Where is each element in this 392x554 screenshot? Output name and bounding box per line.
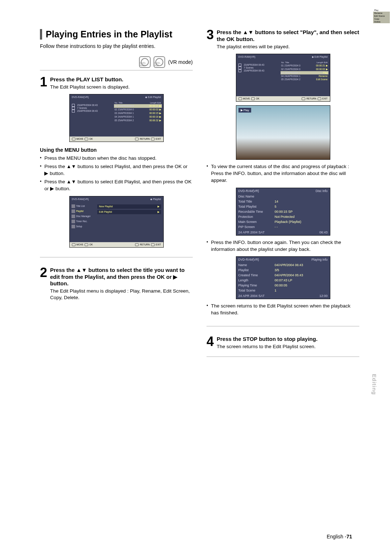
- section-title: Playing Entries in the Playlist: [40, 29, 193, 40]
- play-overlay-tag: ▶ Play: [238, 108, 252, 113]
- menu-subhead: Using the MENU button: [40, 147, 193, 153]
- disc-info-table: DVD-RAM(VR)Disc Info Disc Name Total Tit…: [236, 188, 330, 236]
- step-4-desc: The screen returns to the Edit Playlist …: [217, 343, 359, 350]
- step-2-desc: The Edit Playlist menu is displayed : Pl…: [50, 288, 193, 301]
- vr-mode-label: (VR mode): [168, 59, 193, 65]
- step1-bullet-3: Press the ▲▼ buttons to select Edit Play…: [40, 179, 193, 192]
- step-3-desc: The playlist entries will be played.: [217, 44, 359, 50]
- step-3-number: 3: [207, 29, 214, 50]
- dvd-ram-icon: DVD-RAM: [139, 56, 151, 68]
- step-1-number: 1: [40, 76, 47, 90]
- play-screenshot: ▶ Play: [236, 105, 330, 160]
- side-tab-editing: Editing: [371, 374, 377, 395]
- step-4-head: Press the STOP button to stop playing.: [217, 336, 359, 343]
- step1-bullet-1: Press the MENU button when the disc has …: [40, 155, 193, 162]
- step-4-number: 4: [207, 336, 214, 350]
- playing-info-table: DVD-RAM(VR)Playing Info Name04/APR/2004 …: [236, 256, 330, 299]
- step-2-number: 2: [40, 267, 47, 301]
- disc-mode-row: DVD-RAM DVD-RW (VR mode): [40, 56, 193, 70]
- edit-playlist-screenshot-2: DVD-RAM(VR) ◆ Edit Playlist 23/APR/2004 …: [236, 54, 330, 102]
- right-bullet-2: Press the INFO. button once again. Then …: [207, 239, 359, 253]
- step-1-head: Press the PLAY LIST button.: [50, 76, 193, 83]
- page-footer: English -71: [327, 534, 352, 539]
- dvd-rw-icon: DVD-RW: [154, 56, 165, 68]
- right-bullet-3: The screen returns to the Edit Playlist …: [207, 303, 359, 317]
- step-3-head: Press the ▲▼ buttons to select "Play", a…: [217, 29, 359, 43]
- edit-popup: Play Rename Edit Scene Copy Delete: [373, 9, 390, 23]
- step-2-head: Press the ▲▼ buttons to select the title…: [50, 267, 193, 287]
- menu-screenshot: DVD-RAM(VR) ◆ Playlist Title List Playli…: [69, 196, 164, 248]
- intro-text: Follow these instructions to play the pl…: [40, 43, 193, 49]
- edit-playlist-screenshot-1: DVD-RAM(VR) ◆ Edit Playlist 23/APR/2004 …: [69, 94, 164, 142]
- right-bullet-1: To view the current status of the disc a…: [207, 163, 359, 184]
- step-1-desc: The Edit Playlist screen is displayed.: [50, 84, 193, 90]
- step1-bullet-2: Press the ▲▼ buttons to select Playlist,…: [40, 163, 193, 177]
